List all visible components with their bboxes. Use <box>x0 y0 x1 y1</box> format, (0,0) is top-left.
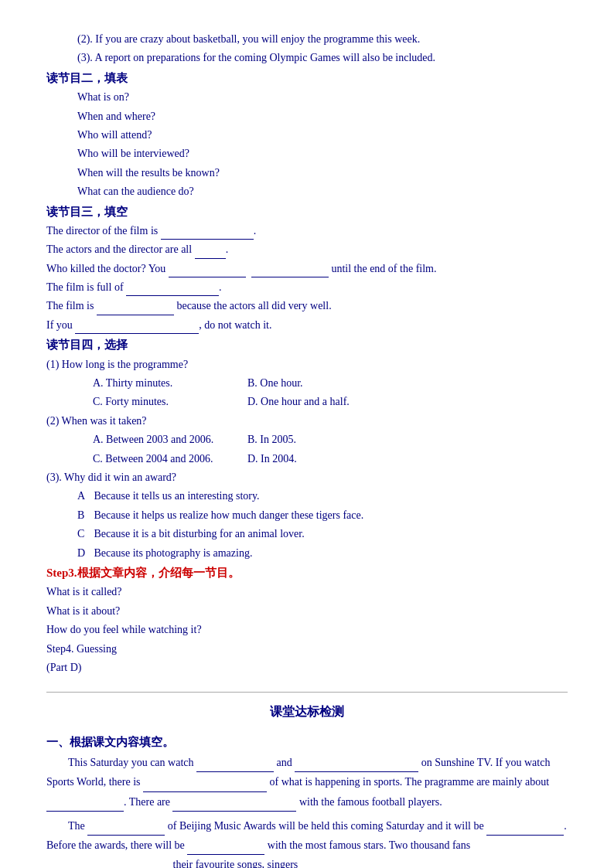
s2-q5: When will the results be known? <box>46 165 568 182</box>
blank-5 <box>126 285 219 296</box>
s3-line4: The film is full of . <box>46 279 568 296</box>
q2-opt-b: B. In 2005. <box>247 431 371 448</box>
blank-p2-4 <box>46 863 170 868</box>
s2-q3: Who will attend? <box>46 127 568 144</box>
section2-heading: 读节目二，填表 <box>46 72 128 84</box>
q3-text-b: Because it helps us realize how much dan… <box>94 509 364 521</box>
paragraph1: This Saturday you can watch and on Sunsh… <box>46 753 568 812</box>
q2-label: (2) When was it taken? <box>46 415 147 427</box>
section4-heading: 读节目四，选择 <box>46 339 128 351</box>
class-test-heading: 课堂达标检测 <box>270 705 344 718</box>
s2-q6: What can the audience do? <box>46 183 568 200</box>
step3-q3: How do you feel while watching it? <box>46 621 568 638</box>
q2-opt-a: A. Between 2003 and 2006. <box>93 431 217 448</box>
q3-text: (3). Why did it win an award? <box>46 469 568 486</box>
step3-title: Step3.根据文章内容，介绍每一节目。 <box>46 563 568 582</box>
q2-options-row2: C. Between 2004 and 2006. D. In 2004. <box>46 451 568 468</box>
q1-opt-c: C. Forty minutes. <box>93 393 217 410</box>
s3-line3: Who killed the doctor? You until the end… <box>46 260 568 277</box>
step3-q2-text: What is it about? <box>46 605 120 617</box>
intro-text-2: (3). A report on preparations for the co… <box>77 52 435 63</box>
section2-title: 读节目二，填表 <box>46 69 568 87</box>
q3-letter-a: A <box>77 488 91 505</box>
q3-opt-b: B Because it helps us realize how much d… <box>46 507 568 524</box>
intro-item-1: (2). If you are crazy about basketball, … <box>46 31 568 48</box>
q3-letter-b: B <box>77 507 91 524</box>
section3-title: 读节目三，填空 <box>46 203 568 221</box>
blank-6 <box>97 305 174 315</box>
blank-p2-3 <box>187 844 264 855</box>
section4-title: 读节目四，选择 <box>46 335 568 354</box>
blank-p1-1 <box>196 761 274 772</box>
q3-text-a: Because it tells us an interesting story… <box>94 490 260 502</box>
s2-q2-text: When and where? <box>77 111 155 122</box>
q1-opt-a: A. Thirty minutes. <box>93 375 217 392</box>
class-test-title: 课堂达标检测 <box>46 702 568 722</box>
s2-q3-text: Who will attend? <box>77 129 152 141</box>
q3-text-d: Because its photography is amazing. <box>94 547 253 559</box>
q3-opt-d: D Because its photography is amazing. <box>46 545 568 562</box>
q3-opt-a: A Because it tells us an interesting sto… <box>46 488 568 505</box>
q2-opt-d: D. In 2004. <box>247 451 371 468</box>
paragraph2: The of Beijing Music Awards will be held… <box>46 816 568 868</box>
blank-p1-2 <box>295 761 418 772</box>
q3-text-c: Because it is a bit disturbing for an an… <box>94 528 305 540</box>
part1-title: 一、根据课文内容填空。 <box>46 733 568 751</box>
s2-q5-text: When will the results be known? <box>77 167 220 179</box>
step4-heading: Step4. Guessing <box>46 643 117 655</box>
blank-7 <box>75 323 199 334</box>
q3-label: (3). Why did it win an award? <box>46 471 176 483</box>
step3-q3-text: How do you feel while watching it? <box>46 624 202 635</box>
blank-2 <box>195 248 226 259</box>
q3-letter-d: D <box>77 545 91 562</box>
blank-p2-2 <box>486 825 564 836</box>
step3-q1: What is it called? <box>46 584 568 601</box>
s3-line6: If you , do not watch it. <box>46 317 568 334</box>
s2-q2: When and where? <box>46 108 568 125</box>
step3-heading: Step3.根据文章内容，介绍每一节目。 <box>46 567 240 579</box>
q1-opt-d: D. One hour and a half. <box>247 393 371 410</box>
s2-q1: What is on? <box>46 89 568 106</box>
s3-line1: The director of the film is . <box>46 223 568 240</box>
q3-opt-c: C Because it is a bit disturbing for an … <box>46 526 568 543</box>
s2-q1-text: What is on? <box>77 91 129 103</box>
q2-options-row1: A. Between 2003 and 2006. B. In 2005. <box>46 431 568 448</box>
s2-q4: Who will be interviewed? <box>46 145 568 162</box>
s3-line5: The film is because the actors all did v… <box>46 298 568 315</box>
q1-label: (1) How long is the programme? <box>46 359 188 370</box>
blank-p2-1 <box>87 825 165 836</box>
s2-q6-text: What can the audience do? <box>77 186 194 197</box>
q1-opt-b: B. One hour. <box>247 375 371 392</box>
intro-text-1: (2). If you are crazy about basketball, … <box>77 33 420 45</box>
blank-p1-5 <box>172 801 296 812</box>
q1-options-row2: C. Forty minutes. D. One hour and a half… <box>46 393 568 410</box>
step4-sub: (Part D) <box>46 659 568 676</box>
s3-line2: The actors and the director are all . <box>46 241 568 258</box>
step3-q1-text: What is it called? <box>46 586 122 597</box>
blank-3 <box>169 267 246 277</box>
step4-sub-text: (Part D) <box>46 662 82 673</box>
q1-options-row1: A. Thirty minutes. B. One hour. <box>46 375 568 392</box>
intro-item-2: (3). A report on preparations for the co… <box>46 49 568 66</box>
q2-opt-c: C. Between 2004 and 2006. <box>93 451 217 468</box>
blank-p1-4 <box>46 801 124 812</box>
blank-1 <box>161 229 254 240</box>
step3-q2: What is it about? <box>46 603 568 620</box>
part1-heading: 一、根据课文内容填空。 <box>46 736 174 748</box>
main-content: (2). If you are crazy about basketball, … <box>46 31 568 868</box>
q2-text: (2) When was it taken? <box>46 413 568 430</box>
q1-text: (1) How long is the programme? <box>46 356 568 373</box>
blank-p1-3 <box>143 781 267 792</box>
blank-4 <box>251 267 329 277</box>
q3-letter-c: C <box>77 526 91 543</box>
divider <box>46 692 568 693</box>
step4-title: Step4. Guessing <box>46 641 568 658</box>
s2-q4-text: Who will be interviewed? <box>77 148 189 159</box>
section3-heading: 读节目三，填空 <box>46 206 128 218</box>
